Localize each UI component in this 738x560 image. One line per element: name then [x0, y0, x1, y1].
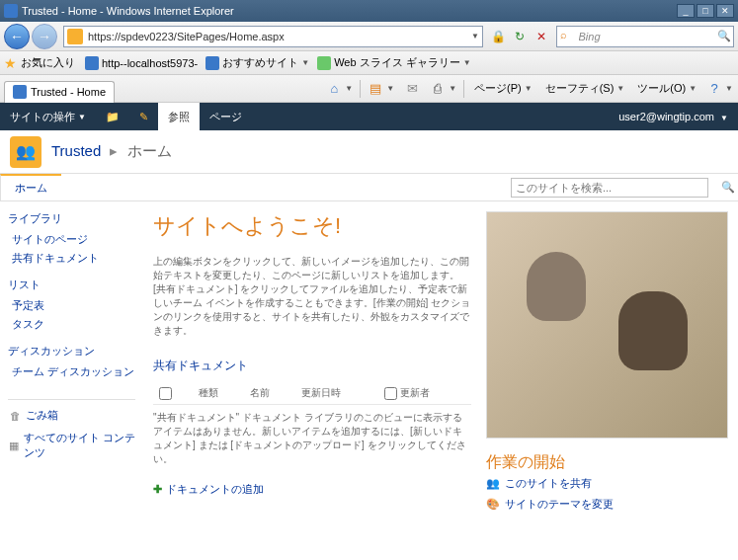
nav-header-list[interactable]: リスト — [8, 278, 135, 292]
browse-tab[interactable]: 参照 — [158, 103, 200, 130]
forward-button[interactable]: → — [32, 24, 57, 49]
ie-icon — [4, 4, 18, 18]
tools-menu[interactable]: ツール(O)▼ — [629, 78, 701, 100]
topnav-home[interactable]: ホーム — [0, 174, 61, 200]
chevron-down-icon: ▼ — [689, 84, 697, 93]
site-logo[interactable]: 👥 — [10, 136, 41, 168]
sharepoint-ribbon: サイトの操作 ▼ 📁 ✎ 参照 ページ user2@wingtip.com ▼ — [0, 103, 738, 130]
tab-label: 参照 — [168, 110, 190, 124]
url-dropdown[interactable]: ▼ — [468, 32, 482, 40]
back-button[interactable]: ← — [4, 24, 30, 49]
minimize-button[interactable]: _ — [677, 4, 695, 18]
change-theme-link[interactable]: 🎨 サイトのテーマを変更 — [486, 494, 728, 515]
navigate-up-button[interactable]: 📁 — [96, 103, 129, 130]
menu-label: セーフティ(S) — [545, 81, 615, 96]
tab-label: ページ — [209, 110, 242, 124]
rss-icon: ▤ — [368, 81, 383, 97]
fav-item-webslice[interactable]: Web スライス ギャラリー ▼ — [317, 55, 470, 70]
browser-search-box[interactable]: ⌕ 🔍 — [556, 26, 734, 47]
col-type[interactable]: 種類 — [193, 382, 244, 405]
top-nav: ホーム 🔍 — [0, 174, 738, 201]
home-button[interactable]: ⌂▼ — [321, 78, 358, 100]
breadcrumb-site[interactable]: Trusted — [51, 142, 101, 159]
refresh-button[interactable]: ↻ — [510, 27, 530, 46]
fav-item-suggested[interactable]: おすすめサイト ▼ — [205, 55, 309, 70]
separator — [360, 80, 361, 98]
browser-tab[interactable]: Trusted - Home — [4, 81, 115, 103]
link-label: サイトのテーマを変更 — [505, 497, 614, 512]
col-modifiedby[interactable]: 更新者 — [378, 382, 471, 405]
chevron-down-icon: ▼ — [78, 113, 86, 121]
nav-link-teamdiscussion[interactable]: チーム ディスカッション — [8, 362, 135, 381]
site-icon — [67, 29, 83, 44]
nav-link-calendar[interactable]: 予定表 — [8, 296, 135, 315]
favorites-star-icon[interactable]: ★ — [4, 55, 17, 71]
plus-icon: ✚ — [153, 483, 162, 496]
nav-header-discussion[interactable]: ディスカッション — [8, 344, 135, 359]
webslice-icon — [317, 56, 331, 70]
site-actions-menu[interactable]: サイトの操作 ▼ — [0, 103, 96, 130]
left-nav: ライブラリ サイトのページ 共有ドキュメント リスト 予定表 タスク ディスカッ… — [0, 201, 143, 560]
doclib-heading: 共有ドキュメント — [153, 358, 471, 374]
feeds-button[interactable]: ▤▼ — [363, 78, 399, 100]
site-search-input[interactable] — [512, 182, 707, 194]
title-area: 👥 Trusted ▸ ホーム — [0, 130, 738, 174]
fav-item-localhost[interactable]: http--localhost5973- — [85, 56, 198, 70]
site-search-button[interactable]: 🔍 — [718, 181, 738, 194]
welcome-heading: サイトへようこそ! — [153, 211, 471, 241]
nav-header-library[interactable]: ライブラリ — [8, 211, 135, 226]
mail-button[interactable]: ✉ — [399, 78, 425, 100]
print-button[interactable]: ⎙▼ — [425, 78, 461, 100]
breadcrumb-page: ホーム — [127, 142, 172, 159]
col-checkbox[interactable] — [153, 382, 193, 405]
search-go-button[interactable]: 🔍 — [716, 30, 733, 42]
col-checkbox[interactable] — [384, 387, 397, 400]
site-search-box[interactable] — [511, 178, 708, 198]
lock-icon[interactable]: 🔒 — [488, 27, 508, 46]
chevron-down-icon: ▼ — [525, 84, 533, 93]
help-button[interactable]: ?▼ — [701, 78, 738, 100]
empty-message: "共有ドキュメント" ドキュメント ライブラリのこのビューに表示するアイテムはあ… — [153, 405, 471, 472]
home-icon: ⌂ — [326, 81, 342, 97]
site-icon — [13, 85, 27, 99]
recycle-bin-link[interactable]: 🗑 ごみ箱 — [8, 399, 135, 423]
safety-menu[interactable]: セーフティ(S)▼ — [537, 78, 630, 100]
nav-link-tasks[interactable]: タスク — [8, 315, 135, 334]
all-content-link[interactable]: ▦ すべてのサイト コンテンツ — [8, 431, 135, 460]
window-title: Trusted - Home - Windows Internet Explor… — [22, 5, 675, 17]
favorites-label[interactable]: お気に入り — [21, 55, 75, 70]
table-header-row: 種類 名前 更新日時 更新者 — [153, 382, 471, 405]
help-icon: ? — [706, 81, 722, 97]
close-button[interactable]: ✕ — [716, 4, 734, 18]
col-label: 更新者 — [400, 387, 430, 398]
document-table: 種類 名前 更新日時 更新者 — [153, 382, 471, 405]
share-site-link[interactable]: 👥 このサイトを共有 — [486, 473, 728, 494]
page-body: ライブラリ サイトのページ 共有ドキュメント リスト 予定表 タスク ディスカッ… — [0, 201, 738, 560]
nav-link-shareddocs[interactable]: 共有ドキュメント — [8, 249, 135, 268]
nav-link-sitepages[interactable]: サイトのページ — [8, 230, 135, 249]
edit-button[interactable]: ✎ — [129, 103, 158, 130]
address-bar[interactable]: ▼ — [63, 26, 483, 47]
page-menu[interactable]: ページ(P)▼ — [466, 78, 537, 100]
add-document-link[interactable]: ✚ ドキュメントの追加 — [153, 482, 471, 497]
ie-page-icon — [205, 56, 219, 70]
separator — [463, 80, 464, 98]
stop-button[interactable]: ✕ — [532, 27, 551, 46]
col-name[interactable]: 名前 — [244, 382, 295, 405]
search-input[interactable] — [579, 31, 716, 42]
recycle-icon: 🗑 — [8, 409, 22, 423]
chevron-down-icon: ▼ — [720, 114, 728, 122]
chevron-down-icon: ▼ — [386, 84, 394, 93]
maximize-button[interactable]: □ — [697, 4, 714, 18]
user-label: user2@wingtip.com — [618, 111, 714, 122]
col-modified[interactable]: 更新日時 — [295, 382, 378, 405]
right-column: 作業の開始 👥 このサイトを共有 🎨 サイトのテーマを変更 — [486, 211, 728, 550]
fav-item-label: http--localhost5973- — [102, 57, 198, 69]
url-input[interactable] — [86, 31, 468, 42]
select-all-checkbox[interactable] — [159, 387, 172, 400]
chevron-down-icon: ▼ — [301, 58, 309, 67]
page-tab[interactable]: ページ — [200, 103, 252, 130]
ie-page-icon — [85, 56, 99, 70]
intro-text: 上の編集ボタンをクリックして、新しいイメージを追加したり、この開始テキストを変更… — [153, 255, 471, 338]
user-menu[interactable]: user2@wingtip.com ▼ — [618, 111, 738, 122]
